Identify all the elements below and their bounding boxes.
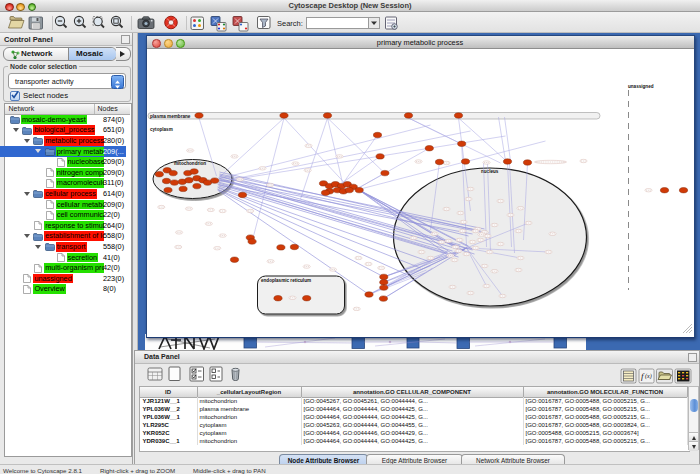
svg-text:plasma membrane: plasma membrane [150, 114, 191, 119]
svg-text:endoplasmic reticulum: endoplasmic reticulum [261, 278, 311, 283]
svg-text:mitochondrion: mitochondrion [174, 161, 206, 166]
svg-text:cytoplasm: cytoplasm [150, 127, 173, 132]
svg-text:unassigned: unassigned [628, 84, 654, 89]
svg-text:Search:: Search: [277, 19, 303, 28]
svg-text:(x): (x) [645, 373, 652, 380]
